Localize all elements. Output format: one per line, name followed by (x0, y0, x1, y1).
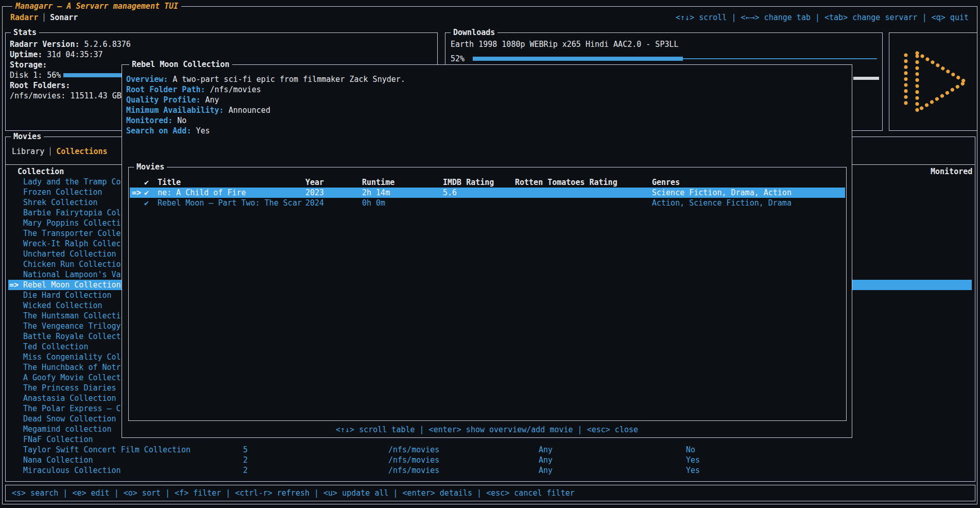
modal-field-value: A two-part sci-fi epic from filmmaker Za… (173, 75, 405, 84)
modal-field-value: Yes (196, 126, 210, 136)
storage-label: Storage: (10, 60, 47, 70)
collection-name: The Princess Diaries (23, 383, 116, 393)
collection-search-on-add: No (686, 445, 695, 455)
collection-name: Dead Snow Collection (23, 414, 116, 424)
movie-row[interactable]: =>✔ne: A Child of Fire20232h 14m5.6Scien… (130, 188, 845, 198)
movie-title: ne: A Child of Fire (158, 188, 246, 198)
collection-name: The Polar Express – C (23, 403, 121, 414)
collection-name: Frozen Collection (23, 187, 102, 197)
servarr-tabs: Radarr Sonarr (10, 12, 78, 23)
collection-search-on-add: Yes (686, 465, 700, 476)
modal-field-value: Any (205, 95, 219, 105)
disk-usage-label: Disk 1: 56% (10, 70, 61, 80)
root-folders-label: Root Folders: (10, 80, 70, 91)
modal-field-label: Monitored: (126, 116, 173, 125)
movie-monitored-check-icon: ✔ (144, 188, 149, 198)
second-download-bar-fragment (853, 77, 879, 80)
collection-quality-profile: Any (539, 445, 553, 455)
collection-root-folder: /nfs/movies (388, 455, 439, 465)
modal-title: Rebel Moon Collection (129, 59, 232, 70)
collection-movie-count: 2 (243, 455, 248, 465)
tab-library[interactable]: Library (12, 147, 44, 156)
collection-root-folder: /nfs/movies (388, 465, 439, 476)
collection-name: Ted Collection (23, 342, 88, 352)
modal-field-label: Root Folder Path: (126, 85, 205, 94)
modal-field: Search on Add:Yes (126, 126, 210, 136)
download-progress-gauge (473, 54, 877, 64)
movie-runtime: 0h 0m (362, 198, 385, 208)
modal-movie-rows: =>✔ne: A Child of Fire20232h 14m5.6Scien… (129, 167, 846, 420)
modal-field-label: Minimum Availability: (126, 106, 224, 115)
modal-field-label: Search on Add: (126, 126, 191, 136)
modal-field-value: No (177, 116, 186, 125)
bottom-help-bar: <s> search | <e> edit | <o> sort | <f> f… (5, 485, 975, 501)
modal-field-label: Quality Profile: (126, 95, 201, 105)
collection-name: Mary Poppins Collecti (23, 218, 121, 228)
modal-field: Monitored:No (126, 115, 186, 126)
collection-row[interactable]: Nana Collection2/nfs/moviesAnyYes (8, 455, 972, 465)
collection-name: Shrek Collection (23, 197, 98, 208)
collection-name: Lady and the Tramp Co (23, 177, 121, 187)
collection-name: Barbie Fairytopia Col (23, 208, 121, 218)
modal-keybindings-help: <↑↓> scroll table | <enter> show overvie… (122, 425, 852, 435)
global-keybindings-help: <↑↓> scroll | <←→> change tab | <tab> ch… (676, 12, 969, 23)
tab-sonarr[interactable]: Sonarr (50, 13, 78, 22)
movie-title: Rebel Moon – Part Two: The Scar (158, 198, 302, 208)
collection-name: Wreck-It Ralph Collec (23, 239, 121, 249)
collection-name: Battle Royale Collect (23, 331, 121, 342)
modal-field: Quality Profile:Any (126, 95, 219, 105)
selection-marker: => (132, 188, 141, 198)
movie-genres: Science Fiction, Drama, Action (652, 188, 792, 198)
stats-panel-title: Stats (11, 27, 39, 38)
modal-field-value: /nfs/movies (210, 85, 261, 94)
collection-name: The Vengeance Trilogy (23, 321, 121, 331)
managarr-app: Managarr — A Servarr management TUI Rada… (0, 0, 980, 508)
collection-row[interactable]: Miraculous Collection2/nfs/moviesAnyYes (8, 465, 972, 476)
download-progress-fill (473, 57, 683, 61)
collection-name: Miss Congeniality Col (23, 352, 121, 362)
download-percent-label: 52% (451, 54, 465, 64)
collection-name: The Hunchback of Notr (23, 362, 121, 372)
collection-name: A Goofy Movie Collect (23, 372, 121, 383)
tab-collections[interactable]: Collections (56, 147, 107, 156)
download-item-name: Earth 1998 1080p WEBRip x265 Hindi AAC2.… (451, 39, 679, 49)
collection-name: Rebel Moon Collection (23, 280, 121, 290)
collection-root-folder: /nfs/movies (388, 445, 439, 455)
modal-field-value: Announced (229, 106, 270, 115)
movie-year: 2023 (305, 188, 324, 198)
modal-movies-table: Movies ✔ Title Year Runtime IMDB Rating … (128, 167, 847, 421)
collection-details-modal: Rebel Moon Collection Overview:A two-par… (122, 64, 852, 438)
collection-movie-count: 2 (243, 465, 248, 476)
radarr-version-value: 5.2.6.8376 (84, 40, 131, 49)
app-title: Managarr — A Servarr management TUI (12, 1, 181, 11)
table-keybindings-help: <s> search | <e> edit | <o> sort | <f> f… (12, 485, 575, 501)
collection-name: National Lampoon's Va (23, 269, 121, 280)
collection-name: The Huntsman Collecti (23, 311, 121, 321)
collection-row[interactable]: Taylor Swift Concert Film Collection5/nf… (8, 445, 972, 455)
collection-movie-count: 5 (243, 445, 248, 455)
collection-name: Taylor Swift Concert Film Collection (23, 445, 191, 455)
movie-row[interactable]: ✔Rebel Moon – Part Two: The Scar20240h 0… (130, 198, 845, 208)
collection-quality-profile: Any (539, 465, 553, 476)
logo-panel (889, 32, 977, 131)
uptime-line: Uptime: 31d 04:35:37 (10, 49, 103, 60)
uptime-label: Uptime: (10, 50, 42, 59)
collection-name: Nana Collection (23, 455, 93, 465)
root-folder-value: /nfs/movies: 11511.43 GB (10, 91, 122, 101)
collection-name: Anastasia Collection (23, 393, 116, 403)
collection-name: Megamind collection (23, 424, 112, 434)
tab-separator (44, 13, 44, 22)
movie-imdb-rating: 5.6 (443, 188, 457, 198)
collection-name: The Transporter Colle (23, 228, 121, 239)
collection-name: Die Hard Collection (23, 290, 112, 300)
managarr-logo-icon (895, 46, 972, 118)
collection-search-on-add: Yes (686, 455, 700, 465)
modal-field: Root Folder Path:/nfs/movies (126, 84, 261, 95)
tab-radarr[interactable]: Radarr (10, 13, 38, 22)
modal-field: Overview:A two-part sci-fi epic from fil… (126, 74, 405, 84)
collection-name: Chicken Run Collectio (23, 259, 121, 269)
tab-separator (50, 147, 50, 156)
radarr-version-line: Radarr Version: 5.2.6.8376 (10, 39, 131, 49)
selection-marker: => (9, 280, 19, 290)
modal-field: Minimum Availability:Announced (126, 105, 270, 115)
